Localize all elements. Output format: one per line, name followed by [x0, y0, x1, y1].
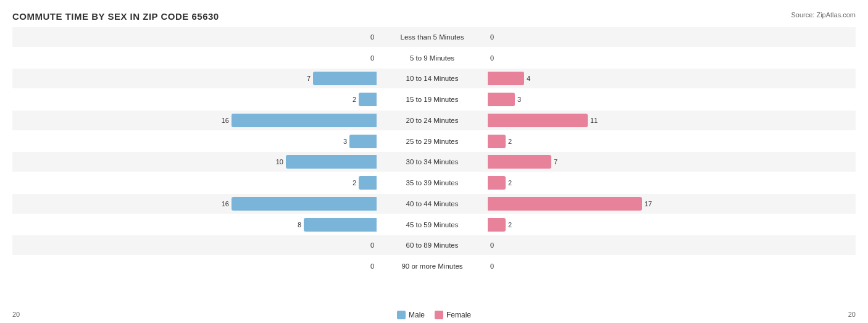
chart-container: COMMUTE TIME BY SEX IN ZIP CODE 65630 So… [0, 0, 868, 323]
female-bar: 3 [488, 93, 515, 106]
right-section: 3 [488, 90, 852, 109]
left-section: 10 [12, 152, 377, 172]
female-bar: 4 [488, 72, 524, 85]
left-section: 16 [12, 194, 377, 214]
left-section: 8 [12, 215, 377, 235]
bar-label: 15 to 19 Minutes [377, 96, 488, 103]
male-bar: 2 [359, 176, 377, 190]
male-bar: 10 [286, 155, 377, 169]
male-value: 0 [370, 54, 374, 62]
left-section: 0 [12, 235, 377, 255]
female-value: 4 [527, 75, 530, 82]
bar-row: 05 to 9 Minutes0 [12, 48, 856, 68]
bar-label: Less than 5 Minutes [377, 33, 488, 41]
left-section: 2 [12, 173, 377, 193]
right-section: 4 [488, 69, 852, 88]
bar-label: 45 to 59 Minutes [377, 221, 488, 229]
bar-row: 235 to 39 Minutes2 [12, 173, 856, 193]
axis-left-label: 20 [12, 311, 20, 318]
male-value: 0 [370, 241, 374, 249]
female-value: 2 [508, 179, 512, 187]
male-value: 16 [222, 200, 229, 208]
bar-row: 845 to 59 Minutes2 [12, 215, 856, 235]
bar-label: 60 to 89 Minutes [377, 241, 488, 249]
female-bar: 2 [488, 218, 506, 232]
source-label: Source: ZipAtlas.com [791, 11, 856, 19]
right-section: 0 [488, 256, 852, 276]
male-value: 0 [370, 262, 374, 270]
male-value: 16 [222, 117, 229, 124]
right-section: 0 [488, 48, 852, 68]
female-bar: 7 [488, 155, 551, 169]
right-section: 7 [488, 152, 852, 172]
bar-row: 1030 to 34 Minutes7 [12, 152, 856, 172]
bar-label: 5 to 9 Minutes [377, 54, 488, 62]
left-section: 0 [12, 27, 377, 47]
left-section: 7 [12, 69, 377, 88]
left-section: 0 [12, 48, 377, 68]
right-section: 17 [488, 194, 852, 214]
bar-row: 710 to 14 Minutes4 [12, 69, 856, 88]
right-section: 11 [488, 111, 852, 130]
male-bar: 8 [304, 218, 377, 232]
female-bar: 2 [488, 176, 506, 190]
chart-title: COMMUTE TIME BY SEX IN ZIP CODE 65630 [12, 11, 856, 22]
right-section: 0 [488, 235, 852, 255]
male-bar: 7 [313, 72, 377, 85]
right-section: 0 [488, 27, 852, 47]
female-value: 0 [490, 241, 494, 249]
bar-row: 090 or more Minutes0 [12, 256, 856, 276]
male-bar: 16 [232, 197, 377, 211]
female-value: 11 [590, 117, 598, 124]
bar-label: 35 to 39 Minutes [377, 179, 488, 187]
female-value: 0 [490, 54, 494, 62]
bar-row: 0Less than 5 Minutes0 [12, 27, 856, 47]
bar-label: 20 to 24 Minutes [377, 117, 488, 124]
female-value: 2 [508, 221, 512, 229]
bar-row: 060 to 89 Minutes0 [12, 235, 856, 255]
left-section: 3 [12, 132, 377, 151]
bar-label: 40 to 44 Minutes [377, 200, 488, 208]
male-value: 8 [298, 221, 301, 229]
bar-label: 25 to 29 Minutes [377, 138, 488, 145]
female-bar: 17 [488, 197, 642, 211]
female-value: 7 [554, 158, 557, 166]
left-section: 16 [12, 111, 377, 130]
bar-label: 10 to 14 Minutes [377, 75, 488, 82]
bar-label: 90 or more Minutes [377, 262, 488, 270]
bar-row: 215 to 19 Minutes3 [12, 90, 856, 109]
female-value: 0 [490, 33, 494, 41]
female-value: 2 [508, 138, 512, 145]
female-bar: 11 [488, 114, 588, 127]
bars-area: 0Less than 5 Minutes005 to 9 Minutes0710… [12, 27, 856, 277]
x-axis: 20 20 [12, 311, 856, 318]
bar-label: 30 to 34 Minutes [377, 158, 488, 166]
male-bar: 3 [349, 135, 377, 148]
right-section: 2 [488, 215, 852, 235]
right-section: 2 [488, 173, 852, 193]
male-bar: 2 [359, 93, 377, 106]
female-value: 3 [517, 96, 521, 103]
male-bar: 16 [232, 114, 377, 127]
bar-row: 1640 to 44 Minutes17 [12, 194, 856, 214]
right-section: 2 [488, 132, 852, 151]
male-value: 2 [353, 179, 356, 187]
bar-row: 1620 to 24 Minutes11 [12, 111, 856, 130]
bar-row: 325 to 29 Minutes2 [12, 132, 856, 151]
left-section: 0 [12, 256, 377, 276]
female-value: 17 [645, 200, 652, 208]
male-value: 10 [276, 158, 283, 166]
male-value: 7 [307, 75, 311, 82]
axis-right-label: 20 [848, 311, 856, 318]
male-value: 3 [343, 138, 347, 145]
male-value: 0 [370, 33, 374, 41]
left-section: 2 [12, 90, 377, 109]
female-bar: 2 [488, 135, 506, 148]
male-value: 2 [353, 96, 356, 103]
female-value: 0 [490, 262, 494, 270]
